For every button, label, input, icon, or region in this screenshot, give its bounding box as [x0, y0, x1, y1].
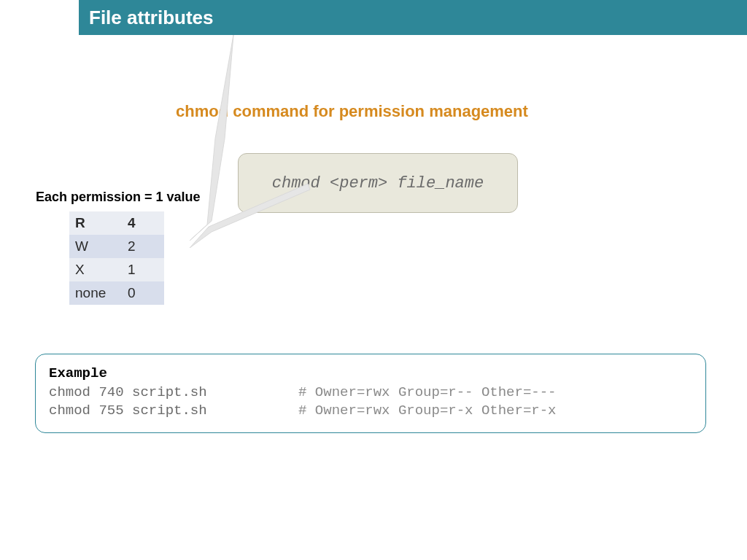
syntax-text: chmod <perm> file_name: [272, 174, 484, 192]
perm-value: 2: [122, 235, 164, 258]
example-command: chmod 755 script.sh: [49, 402, 207, 419]
example-title: Example: [49, 365, 692, 384]
header-bar: File attributes: [79, 0, 747, 35]
table-row: none 0: [69, 281, 164, 305]
permission-table-label: Each permission = 1 value: [36, 190, 201, 205]
syntax-box: chmod <perm> file_name: [238, 153, 518, 213]
permission-value-table: R 4 W 2 X 1 none 0: [69, 211, 164, 305]
arrow-connector-icon: [182, 29, 328, 248]
perm-value: 4: [122, 211, 164, 235]
example-comment: # Owner=rwx Group=r-- Other=---: [298, 384, 556, 400]
table-row: X 1: [69, 258, 164, 281]
perm-value: 0: [122, 281, 164, 305]
example-comment: # Owner=rwx Group=r-x Other=r-x: [298, 402, 556, 419]
example-command: chmod 740 script.sh: [49, 384, 207, 400]
example-lines: chmod 740 script.sh # Owner=rwx Group=r-…: [49, 384, 692, 421]
perm-name: W: [69, 235, 122, 258]
perm-name: X: [69, 258, 122, 281]
page-title: File attributes: [89, 7, 213, 29]
example-box: Example chmod 740 script.sh # Owner=rwx …: [35, 354, 706, 433]
chmod-heading: chmod command for permission management: [176, 102, 528, 121]
table-row: R 4: [69, 211, 164, 235]
perm-name: none: [69, 281, 122, 305]
perm-value: 1: [122, 258, 164, 281]
perm-name: R: [69, 211, 122, 235]
table-row: W 2: [69, 235, 164, 258]
